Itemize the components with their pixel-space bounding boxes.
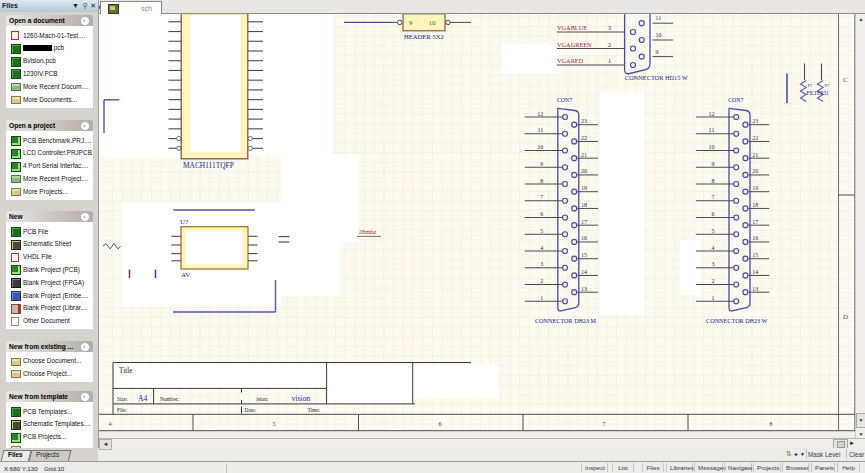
svg-text:7: 7 [711, 194, 714, 200]
svg-text:Date:: Date: [245, 407, 257, 413]
svg-text:VGABLUE: VGABLUE [557, 24, 587, 31]
svg-text:7: 7 [540, 194, 543, 200]
svg-text:8: 8 [711, 178, 714, 184]
svg-text:21: 21 [581, 152, 587, 158]
svg-text:20: 20 [752, 168, 758, 174]
svg-text:F?: F? [825, 83, 830, 88]
svg-text:9: 9 [711, 161, 714, 167]
svg-text:12: 12 [537, 111, 543, 117]
svg-text:23: 23 [581, 118, 587, 124]
svg-text:22: 22 [752, 135, 758, 141]
svg-text:3: 3 [711, 261, 714, 267]
svg-text:1: 1 [540, 295, 543, 301]
svg-text:8: 8 [540, 178, 543, 184]
svg-text:19: 19 [581, 185, 587, 191]
svg-text:2: 2 [540, 278, 543, 284]
svg-text:Title: Title [119, 367, 132, 375]
svg-text:1: 1 [711, 295, 714, 301]
svg-text:ision:: ision: [257, 396, 269, 402]
svg-text:VGARED: VGARED [557, 57, 584, 64]
svg-text:13: 13 [581, 286, 587, 292]
svg-text:C: C [843, 76, 848, 84]
svg-text:Time:: Time: [308, 407, 321, 413]
svg-text:4: 4 [109, 421, 112, 427]
svg-text:1: 1 [608, 58, 611, 64]
svg-text:5: 5 [273, 421, 276, 427]
svg-text:17: 17 [752, 219, 758, 225]
svg-text:A4: A4 [138, 394, 147, 403]
svg-text:F?: F? [808, 83, 813, 88]
svg-text:8: 8 [770, 421, 773, 427]
svg-text:17: 17 [581, 219, 587, 225]
svg-text:10: 10 [429, 19, 437, 27]
svg-text:CONNECTOR HD15 W: CONNECTOR HD15 W [625, 74, 688, 81]
svg-text:3: 3 [540, 261, 543, 267]
svg-text:CON7: CON7 [557, 97, 572, 103]
svg-text:6: 6 [439, 421, 442, 427]
svg-text:Number:: Number: [160, 396, 180, 402]
svg-text:Size:: Size: [117, 396, 128, 402]
svg-text:13: 13 [752, 286, 758, 292]
svg-text:11: 11 [709, 127, 715, 133]
svg-text:21: 21 [752, 152, 758, 158]
svg-text:AV: AV [181, 271, 190, 279]
svg-text:3: 3 [608, 25, 611, 31]
svg-text:FILTER31: FILTER31 [807, 90, 830, 96]
svg-text:15: 15 [581, 252, 587, 258]
svg-text:10: 10 [656, 32, 662, 38]
svg-text:CONNECTOR DB23 W: CONNECTOR DB23 W [706, 317, 767, 324]
svg-text:CONNECTOR DB23 M: CONNECTOR DB23 M [535, 317, 597, 324]
svg-text:14: 14 [581, 269, 587, 275]
svg-text:9: 9 [409, 19, 413, 27]
svg-text:16: 16 [581, 235, 587, 241]
svg-text:9: 9 [540, 161, 543, 167]
svg-text:MACH111TQFP: MACH111TQFP [183, 161, 234, 170]
svg-text:5: 5 [540, 228, 543, 234]
svg-text:HEADER 5X2: HEADER 5X2 [404, 33, 444, 40]
svg-text:7: 7 [603, 421, 606, 427]
svg-text:28mhz: 28mhz [359, 228, 377, 235]
svg-text:5: 5 [711, 228, 714, 234]
svg-text:20: 20 [581, 168, 587, 174]
svg-text:File:: File: [117, 407, 127, 413]
svg-text:14: 14 [752, 269, 758, 275]
svg-text:19: 19 [752, 185, 758, 191]
svg-text:9: 9 [656, 49, 659, 55]
svg-text:16: 16 [752, 235, 758, 241]
svg-text:D: D [843, 313, 848, 321]
svg-text:4: 4 [540, 245, 543, 251]
svg-text:11: 11 [537, 127, 543, 133]
svg-text:U?: U? [180, 218, 188, 226]
svg-text:6: 6 [711, 211, 714, 217]
svg-text:15: 15 [752, 252, 758, 258]
svg-text:11: 11 [656, 15, 662, 21]
svg-text:23: 23 [752, 118, 758, 124]
svg-text:VGAGREEN: VGAGREEN [557, 41, 592, 48]
svg-text:12: 12 [708, 111, 714, 117]
svg-text:4: 4 [711, 245, 714, 251]
svg-text:22: 22 [581, 135, 587, 141]
svg-text:18: 18 [752, 202, 758, 208]
svg-text:18: 18 [581, 202, 587, 208]
svg-text:10: 10 [537, 144, 543, 150]
svg-text:2: 2 [608, 42, 611, 48]
svg-text:6: 6 [540, 211, 543, 217]
svg-text:CON7: CON7 [728, 97, 743, 103]
svg-text:vision: vision [292, 394, 311, 403]
svg-text:10: 10 [708, 144, 714, 150]
svg-text:2: 2 [711, 278, 714, 284]
